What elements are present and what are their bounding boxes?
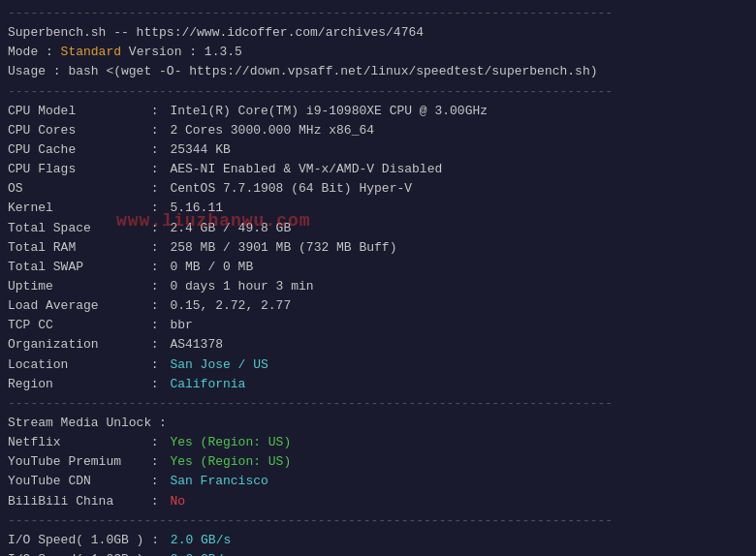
mode-value: Standard bbox=[61, 45, 121, 59]
total-ram-value: 258 MB / 3901 MB (732 MB Buff) bbox=[170, 238, 396, 258]
mode-prefix: Mode : bbox=[8, 45, 61, 59]
load-avg-value: 0.15, 2.72, 2.77 bbox=[170, 296, 291, 316]
cpu-cores-value: 2 Cores 3000.000 MHz x86_64 bbox=[170, 121, 374, 140]
bilibili-value: No bbox=[170, 492, 185, 511]
os-row: OS : CentOS 7.7.1908 (64 Bit) Hyper-V bbox=[8, 179, 748, 199]
io1-row: I/O Speed( 1.0GB ) : 2.0 GB/s bbox=[8, 531, 748, 550]
media-header: Stream Media Unlock : bbox=[8, 414, 748, 433]
cpu-model-row: CPU Model : Intel(R) Core(TM) i9-10980XE… bbox=[8, 102, 748, 121]
location-label: Location bbox=[8, 355, 143, 375]
io2-label: I/O Speed( 1.0GB ) bbox=[8, 550, 143, 556]
youtube-row: YouTube Premium : Yes (Region: US) bbox=[8, 452, 748, 472]
total-space-row: Total Space : 2.4 GB / 49.8 GB bbox=[8, 219, 748, 238]
location-value: San Jose / US bbox=[170, 355, 268, 375]
youtube-cdn-value: San Francisco bbox=[170, 472, 268, 491]
cpu-flags-label: CPU Flags bbox=[8, 160, 143, 179]
total-swap-label: Total SWAP bbox=[8, 258, 143, 277]
cpu-cache-label: CPU Cache bbox=[8, 140, 143, 160]
cpu-model-label: CPU Model bbox=[8, 102, 143, 121]
header-line2: Mode : Standard Version : 1.3.5 bbox=[8, 43, 748, 62]
netflix-label: Netflix bbox=[8, 433, 143, 452]
io2-row: I/O Speed( 1.0GB ) : 2.0 GB/s bbox=[8, 550, 748, 556]
total-swap-row: Total SWAP : 0 MB / 0 MB bbox=[8, 258, 748, 277]
kernel-row: Kernel : 5.16.11 bbox=[8, 199, 748, 218]
cpu-cores-row: CPU Cores : 2 Cores 3000.000 MHz x86_64 bbox=[8, 121, 748, 140]
cpu-cache-row: CPU Cache : 25344 KB bbox=[8, 140, 748, 160]
org-label: Organization bbox=[8, 335, 143, 355]
org-row: Organization : AS41378 bbox=[8, 335, 748, 355]
os-label: OS bbox=[8, 179, 143, 199]
separator-2: ----------------------------------------… bbox=[8, 394, 748, 414]
total-space-value: 2.4 GB / 49.8 GB bbox=[170, 219, 291, 238]
tcp-cc-value: bbr bbox=[170, 316, 192, 335]
load-avg-label: Load Average bbox=[8, 296, 143, 316]
uptime-label: Uptime bbox=[8, 277, 143, 296]
total-swap-value: 0 MB / 0 MB bbox=[170, 258, 253, 277]
tcp-cc-label: TCP CC bbox=[8, 316, 143, 335]
netflix-value: Yes (Region: US) bbox=[170, 433, 291, 452]
org-value: AS41378 bbox=[170, 335, 223, 355]
tcp-cc-row: TCP CC : bbr bbox=[8, 316, 748, 335]
youtube-cdn-row: YouTube CDN : San Francisco bbox=[8, 472, 748, 491]
bilibili-row: BiliBili China : No bbox=[8, 492, 748, 511]
separator-3: ----------------------------------------… bbox=[8, 511, 748, 531]
cpu-flags-row: CPU Flags : AES-NI Enabled & VM-x/AMD-V … bbox=[8, 160, 748, 179]
region-label: Region bbox=[8, 375, 143, 394]
bilibili-label: BiliBili China bbox=[8, 492, 143, 511]
cpu-cache-value: 25344 KB bbox=[170, 140, 230, 160]
uptime-value: 0 days 1 hour 3 min bbox=[170, 277, 313, 296]
total-ram-label: Total RAM bbox=[8, 238, 143, 258]
header-line3: Usage : bash <(wget -O- https://down.vps… bbox=[8, 62, 748, 81]
separator-top: ----------------------------------------… bbox=[8, 4, 748, 23]
version-suffix: Version : 1.3.5 bbox=[121, 45, 242, 59]
location-row: Location : San Jose / US bbox=[8, 355, 748, 375]
cpu-model-value: Intel(R) Core(TM) i9-10980XE CPU @ 3.00G… bbox=[170, 102, 488, 121]
total-ram-row: Total RAM : 258 MB / 3901 MB (732 MB Buf… bbox=[8, 238, 748, 258]
uptime-row: Uptime : 0 days 1 hour 3 min bbox=[8, 277, 748, 296]
kernel-label: Kernel bbox=[8, 199, 143, 218]
netflix-row: Netflix : Yes (Region: US) bbox=[8, 433, 748, 452]
os-value: CentOS 7.7.1908 (64 Bit) Hyper-V bbox=[170, 179, 412, 199]
terminal-container: ----------------------------------------… bbox=[8, 4, 748, 556]
youtube-label: YouTube Premium bbox=[8, 452, 143, 472]
header-line1: Superbench.sh -- https://www.idcoffer.co… bbox=[8, 23, 748, 43]
kernel-value: 5.16.11 bbox=[170, 199, 223, 218]
io1-value: 2.0 GB/s bbox=[171, 531, 231, 550]
cpu-flags-value: AES-NI Enabled & VM-x/AMD-V Disabled bbox=[170, 160, 442, 179]
io2-value: 2.0 GB/s bbox=[171, 550, 231, 556]
youtube-value: Yes (Region: US) bbox=[170, 452, 291, 472]
total-space-label: Total Space bbox=[8, 219, 143, 238]
separator-1: ----------------------------------------… bbox=[8, 82, 748, 102]
region-row: Region : California bbox=[8, 375, 748, 394]
io1-label: I/O Speed( 1.0GB ) bbox=[8, 531, 143, 550]
load-avg-row: Load Average : 0.15, 2.72, 2.77 bbox=[8, 296, 748, 316]
youtube-cdn-label: YouTube CDN bbox=[8, 472, 143, 491]
cpu-cores-label: CPU Cores bbox=[8, 121, 143, 140]
region-value: California bbox=[170, 375, 245, 394]
